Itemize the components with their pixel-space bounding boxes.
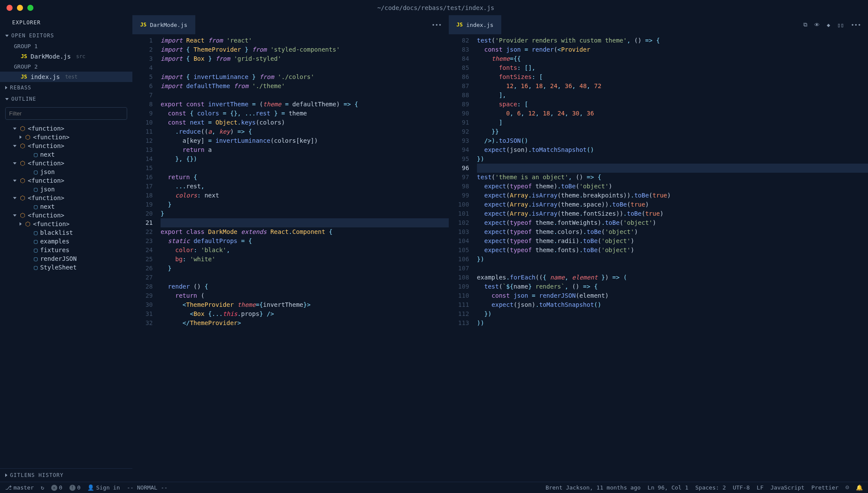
code-area-left[interactable]: 1234567891011121314151617181920212223242…	[132, 34, 449, 482]
open-editors-header[interactable]: OPEN EDITORS	[0, 30, 132, 41]
problems-errors[interactable]: ✕0	[51, 484, 62, 491]
function-icon: ⬡	[25, 134, 30, 141]
outline-item-label: <function>	[28, 177, 64, 184]
editor-pane-left: JS DarkMode.js ••• 123456789101112131415…	[132, 15, 449, 482]
outline-tree: ⬡<function>⬡<function>⬡<function>▢next⬡<…	[0, 122, 132, 468]
maximize-window-button[interactable]	[27, 5, 33, 11]
explorer-label: EXPLORER	[12, 20, 41, 26]
file-name: index.js	[30, 73, 59, 80]
open-editors-label: OPEN EDITORS	[11, 33, 54, 39]
tab-label: DarkMode.js	[150, 22, 187, 28]
sign-in-button[interactable]: 👤 Sign in	[87, 484, 120, 491]
outline-item[interactable]: ▢blacklist	[0, 228, 132, 237]
outline-item[interactable]: ⬡<function>	[0, 133, 132, 141]
open-editor-index[interactable]: JS index.js test	[0, 72, 132, 82]
outline-item[interactable]: ⬡<function>	[0, 176, 132, 185]
function-icon: ⬡	[20, 142, 25, 149]
outline-item-label: examples	[40, 238, 69, 245]
problems-warnings[interactable]: !0	[69, 484, 81, 491]
outline-item[interactable]: ⬡<function>	[0, 194, 132, 202]
git-branch[interactable]: master	[5, 484, 34, 491]
variable-icon: ▢	[34, 246, 37, 253]
language-mode[interactable]: JavaScript	[770, 484, 804, 491]
sidebar: EXPLORER OPEN EDITORS GROUP 1 JS DarkMod…	[0, 15, 132, 482]
indentation[interactable]: Spaces: 2	[695, 484, 726, 491]
outline-item-label: <function>	[28, 160, 64, 167]
preview-icon[interactable]: 👁	[814, 22, 820, 28]
editor-group-1-label: GROUP 1	[0, 41, 132, 51]
outline-filter-input[interactable]	[5, 107, 127, 120]
gitlens-icon[interactable]: ◆	[827, 22, 830, 28]
variable-icon: ▢	[34, 151, 37, 158]
chevron-down-icon	[13, 145, 16, 147]
outline-item-label: <function>	[33, 134, 69, 141]
outline-item[interactable]: ▢json	[0, 168, 132, 176]
tabbar-right: JS index.js ⧉ 👁 ◆ ▯▯ •••	[449, 15, 868, 34]
outline-item-label: next	[40, 203, 55, 210]
outline-item[interactable]: ▢examples	[0, 237, 132, 246]
git-blame[interactable]: Brent Jackson, 11 months ago	[546, 484, 641, 491]
outline-item[interactable]: ⬡<function>	[0, 124, 132, 133]
function-icon: ⬡	[20, 125, 25, 132]
outline-item[interactable]: ▢renderJSON	[0, 254, 132, 263]
tab-darkmode[interactable]: JS DarkMode.js	[132, 15, 196, 34]
editor-pane-right: JS index.js ⧉ 👁 ◆ ▯▯ ••• 828384858687888…	[449, 15, 868, 482]
variable-icon: ▢	[34, 238, 37, 245]
split-editor-icon[interactable]: ▯▯	[837, 22, 844, 28]
compare-changes-icon[interactable]: ⧉	[803, 21, 807, 28]
outline-item-label: json	[40, 168, 55, 175]
outline-item[interactable]: ⬡<function>	[0, 141, 132, 150]
outline-item[interactable]: ⬡<function>	[0, 220, 132, 228]
more-actions-icon[interactable]: •••	[851, 22, 861, 28]
outline-item-label: renderJSON	[40, 255, 76, 262]
line-gutter: 1234567891011121314151617181920212223242…	[132, 34, 161, 482]
outline-header[interactable]: OUTLINE	[0, 93, 132, 105]
rebass-header[interactable]: REBASS	[0, 82, 132, 93]
file-name: DarkMode.js	[30, 53, 71, 60]
sync-button[interactable]: ↻	[41, 484, 44, 491]
function-icon: ⬡	[20, 194, 25, 201]
function-icon: ⬡	[25, 220, 30, 227]
more-actions-icon[interactable]: •••	[431, 22, 441, 28]
notifications-icon[interactable]: 🔔	[856, 484, 863, 491]
cursor-position[interactable]: Ln 96, Col 1	[648, 484, 688, 491]
outline-item[interactable]: ▢next	[0, 150, 132, 159]
close-window-button[interactable]	[7, 5, 13, 11]
tab-index[interactable]: JS index.js	[449, 15, 502, 34]
feedback-icon[interactable]: ☺	[845, 484, 849, 491]
encoding[interactable]: UTF-8	[733, 484, 750, 491]
variable-icon: ▢	[34, 186, 37, 193]
outline-item[interactable]: ▢next	[0, 202, 132, 211]
error-icon: ✕	[51, 485, 57, 491]
js-file-icon: JS	[140, 22, 146, 28]
outline-item[interactable]: ▢json	[0, 185, 132, 194]
outline-item[interactable]: ▢fixtures	[0, 246, 132, 254]
code-content: test('Provider renders with custom theme…	[477, 34, 868, 482]
tabbar-left: JS DarkMode.js •••	[132, 15, 449, 34]
editor-group-2-label: GROUP 2	[0, 62, 132, 72]
branch-icon	[5, 484, 12, 491]
open-editor-darkmode[interactable]: JS DarkMode.js src	[0, 51, 132, 62]
minimize-window-button[interactable]	[17, 5, 23, 11]
chevron-down-icon	[13, 180, 16, 182]
outline-item[interactable]: ⬡<function>	[0, 159, 132, 168]
statusbar: master ↻ ✕0 !0 👤 Sign in -- NORMAL -- Br…	[0, 482, 868, 493]
function-icon: ⬡	[20, 212, 25, 219]
code-area-right[interactable]: 8283848586878889909192939495969798991001…	[449, 34, 868, 482]
gitlens-label: GITLENS HISTORY	[10, 472, 63, 478]
chevron-right-icon	[5, 473, 7, 477]
explorer-header[interactable]: EXPLORER	[0, 15, 132, 30]
outline-item[interactable]: ▢StyleSheet	[0, 263, 132, 272]
gitlens-history-header[interactable]: GITLENS HISTORY	[0, 468, 132, 482]
outline-item-label: <function>	[33, 220, 69, 227]
outline-item[interactable]: ⬡<function>	[0, 211, 132, 220]
eol[interactable]: LF	[757, 484, 764, 491]
formatter[interactable]: Prettier	[812, 484, 839, 491]
js-file-icon: JS	[21, 74, 27, 80]
variable-icon: ▢	[34, 264, 37, 271]
chevron-down-icon	[13, 214, 16, 217]
outline-item-label: <function>	[28, 142, 64, 149]
variable-icon: ▢	[34, 168, 37, 175]
function-icon: ⬡	[20, 177, 25, 184]
chevron-right-icon	[20, 222, 22, 226]
